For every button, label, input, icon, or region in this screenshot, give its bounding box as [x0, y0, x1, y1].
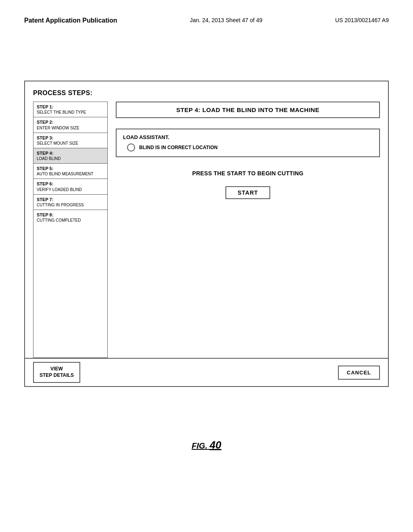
start-button[interactable]: START [225, 186, 270, 199]
step-item-4[interactable]: STEP 4:LOAD BLIND [33, 148, 107, 164]
step-header-box: STEP 4: LOAD THE BLIND INTO THE MACHINE [116, 102, 380, 118]
step-item-1[interactable]: STEP 1:SELECT THE BLIND TYPE [33, 102, 107, 117]
bottom-bar: VIEWSTEP DETAILS CANCEL [25, 358, 388, 386]
steps-sidebar: STEP 1:SELECT THE BLIND TYPESTEP 2:ENTER… [33, 102, 108, 358]
press-start-text: PRESS THE START TO BEGIN CUTTING [116, 170, 380, 177]
publication-title: Patent Application Publication [24, 16, 117, 25]
blind-location-checkbox[interactable] [127, 143, 135, 152]
main-content: STEP 4: LOAD THE BLIND INTO THE MACHINE … [116, 102, 380, 358]
page-header: Patent Application Publication Jan. 24, … [0, 0, 413, 25]
step-item-2[interactable]: STEP 2:ENTER WINDOW SIZE [33, 117, 107, 133]
load-assistant-box: LOAD ASSISTANT. BLIND IS IN CORRECT LOCA… [116, 129, 380, 157]
figure-label: FIG. 40 [0, 439, 413, 451]
step-item-7[interactable]: STEP 7:CUTTING IN PROGRESS [33, 195, 107, 210]
step-item-5[interactable]: STEP 5:AUTO BLIND MEASUREMENT [33, 164, 107, 179]
process-steps-title: PROCESS STEPS: [33, 89, 380, 97]
checkbox-label: BLIND IS IN CORRECT LOCATION [139, 145, 217, 150]
view-step-details-button[interactable]: VIEWSTEP DETAILS [33, 362, 80, 382]
step-item-3[interactable]: STEP 3:SELECT MOUNT SIZE [33, 133, 107, 148]
load-assistant-title: LOAD ASSISTANT. [123, 134, 373, 140]
publication-date-sheet: Jan. 24, 2013 Sheet 47 of 49 [190, 16, 263, 23]
content-area: STEP 1:SELECT THE BLIND TYPESTEP 2:ENTER… [33, 102, 380, 358]
cancel-button[interactable]: CANCEL [338, 366, 380, 380]
step-item-6[interactable]: STEP 6:VERIFY LOADED BLIND [33, 179, 107, 194]
start-button-container: START [116, 186, 380, 199]
diagram-container: PROCESS STEPS: STEP 1:SELECT THE BLIND T… [24, 81, 389, 387]
figure-text: FIG. 40 [192, 441, 221, 450]
publication-number: US 2013/0021467 A9 [335, 16, 389, 23]
step-item-8[interactable]: STEP 8:CUTTING COMPLETED [33, 210, 107, 225]
checkbox-row: BLIND IS IN CORRECT LOCATION [127, 143, 373, 152]
